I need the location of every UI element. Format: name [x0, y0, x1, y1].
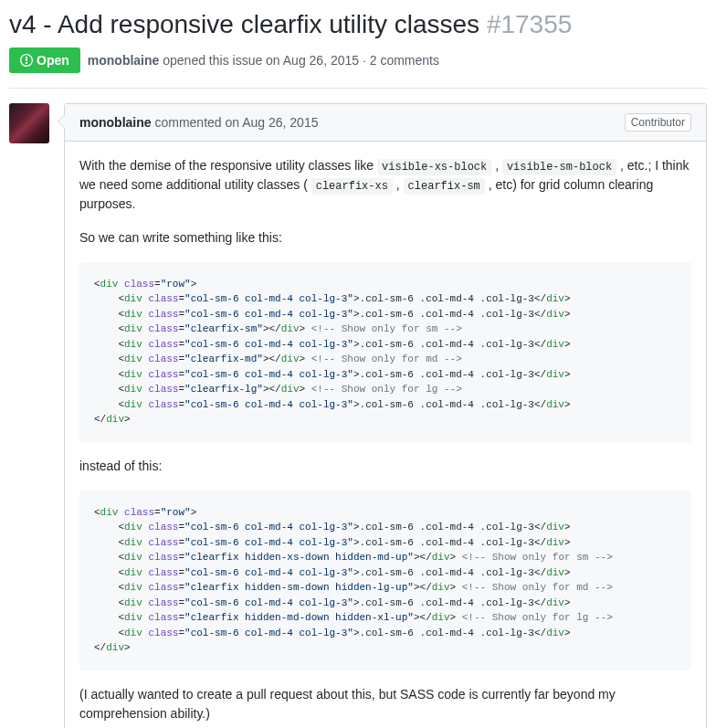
comment-header: monoblaine commented on Aug 26, 2015 Con… [65, 104, 706, 142]
issue-state-text: Open [37, 53, 69, 68]
code-block-2: <div class="row"> <div class="col-sm-6 c… [79, 491, 691, 670]
issue-title: v4 - Add responsive clearfix utility cla… [9, 9, 707, 40]
comment-author-link[interactable]: monoblaine [79, 115, 152, 130]
comment-p4: (I actually wanted to create a pull requ… [79, 685, 691, 723]
avatar[interactable] [9, 103, 49, 143]
comment-action: commented on Aug 26, 2015 [152, 115, 319, 130]
issue-meta-text: monoblaine opened this issue on Aug 26, … [88, 53, 439, 68]
issue-opened-text: opened this issue on Aug 26, 2015 · 2 co… [159, 53, 439, 68]
issue-title-text: v4 - Add responsive clearfix utility cla… [9, 10, 479, 38]
comment-p3: instead of this: [79, 457, 691, 476]
issue-header: v4 - Add responsive clearfix utility cla… [9, 9, 707, 89]
issue-open-icon [20, 53, 33, 68]
contributor-badge: Contributor [625, 113, 691, 132]
issue-number: #17355 [487, 10, 572, 38]
comment-box: monoblaine commented on Aug 26, 2015 Con… [64, 103, 707, 728]
timeline: monoblaine commented on Aug 26, 2015 Con… [9, 103, 707, 728]
issue-state-badge: Open [9, 47, 80, 73]
inline-code: visible-sm-block [502, 159, 616, 175]
code-block-1: <div class="row"> <div class="col-sm-6 c… [79, 262, 691, 442]
inline-code: clearfix-sm [404, 178, 485, 195]
comment-p2: So we can write something like this: [79, 228, 691, 248]
comment-header-text: monoblaine commented on Aug 26, 2015 [79, 115, 318, 130]
comment-body: With the demise of the responsive utilit… [65, 142, 706, 728]
issue-meta-row: Open monoblaine opened this issue on Aug… [9, 47, 707, 73]
issue-author-link[interactable]: monoblaine [88, 53, 160, 68]
inline-code: visible-xs-block [377, 159, 491, 175]
inline-code: clearfix-xs [311, 178, 393, 195]
comment-p1: With the demise of the responsive utilit… [79, 156, 691, 214]
